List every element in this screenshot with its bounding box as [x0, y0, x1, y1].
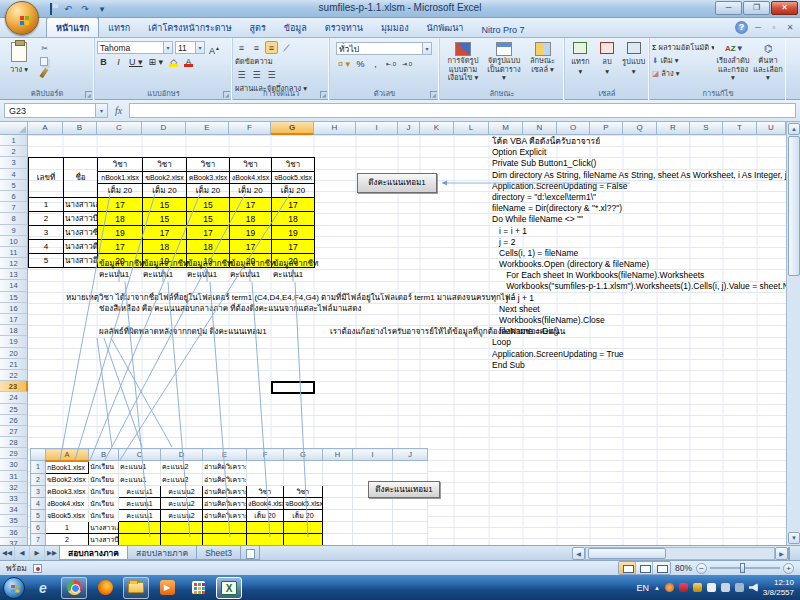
alignment-dialog-launcher-icon[interactable] [320, 91, 327, 98]
row-header[interactable]: 4 [0, 169, 28, 180]
row-header[interactable]: 29 [0, 448, 28, 459]
comma-style-icon[interactable]: , [369, 57, 382, 70]
ribbon-tab[interactable]: สูตร [241, 18, 275, 37]
ribbon-restore-icon[interactable]: ▫ [768, 23, 780, 32]
wrap-text-button[interactable]: ตัดข้อความ [235, 55, 327, 67]
format-painter-icon[interactable] [39, 68, 48, 78]
row-header[interactable]: 20 [0, 348, 28, 359]
student-no-cell[interactable]: 1 [29, 198, 64, 212]
score-cell[interactable]: 18 [230, 212, 272, 226]
select-all-corner[interactable] [0, 122, 28, 135]
vertical-scrollbar[interactable]: ▲ ▼ [786, 122, 800, 545]
borders-icon[interactable]: ⊞ ▾ [147, 55, 166, 68]
page-layout-view-icon[interactable] [636, 562, 653, 574]
full-score-cell[interactable]: เต็ม 20 [230, 184, 272, 198]
zoom-level[interactable]: 80% [675, 563, 692, 573]
row-header[interactable]: 21 [0, 359, 28, 370]
cut-icon[interactable]: ✂ [38, 43, 51, 55]
file-name-cell[interactable]: คBook3.xlsx [187, 172, 230, 184]
row-headers[interactable]: 1234567891011121314151617181920212223242… [0, 135, 28, 545]
accounting-format-icon[interactable]: ¤ ▾ [336, 57, 352, 70]
row-header[interactable]: 19 [0, 336, 28, 347]
macro-button-1[interactable]: ดึงคะแนนเทอม1 [357, 173, 437, 193]
active-cell-g23[interactable] [271, 381, 315, 394]
zoom-out-icon[interactable]: − [696, 563, 707, 574]
student-no-cell[interactable]: 5 [29, 254, 64, 268]
clock[interactable]: 12:10 3/8/2557 [763, 578, 797, 598]
row-header[interactable]: 23 [0, 381, 28, 392]
font-family-select[interactable]: Tahoma▾ [97, 41, 173, 54]
file-name-cell[interactable]: จBook5.xlsx [272, 172, 315, 184]
sheet-tab[interactable]: สอบปลายภาค [127, 546, 197, 560]
score-cell[interactable]: 19 [230, 226, 272, 240]
row-header[interactable]: 32 [0, 482, 28, 493]
scroll-right-icon[interactable]: ▶ [775, 547, 788, 560]
macro-button-2[interactable]: ดึงคะแนนเทอม1 [368, 481, 440, 498]
ribbon-tab[interactable]: หน้าแรก [46, 17, 99, 37]
subject-header-cell[interactable]: วิชา [272, 158, 315, 172]
score-cell[interactable]: 17 [98, 240, 143, 254]
paste-button[interactable]: วาง ▾ [2, 40, 36, 88]
zoom-in-icon[interactable]: + [783, 563, 794, 574]
row-header[interactable]: 37 [0, 538, 28, 545]
horizontal-scrollbar[interactable] [585, 547, 775, 560]
zoom-slider-thumb[interactable] [740, 563, 745, 573]
ribbon-tab[interactable]: ข้อมูล [275, 18, 316, 37]
score-cell[interactable]: 18 [187, 240, 230, 254]
font-color-icon[interactable]: A [182, 55, 195, 68]
score-cell[interactable]: 17 [98, 198, 143, 212]
student-name-cell[interactable]: นางสาวซี [64, 226, 98, 240]
page-break-view-icon[interactable] [653, 562, 670, 574]
score-cell[interactable]: 17 [187, 226, 230, 240]
align-center-icon[interactable]: ☰ [250, 68, 263, 81]
last-sheet-icon[interactable]: ▶▶ [45, 546, 60, 560]
ribbon-close-icon[interactable]: ✕ [784, 23, 796, 32]
score-cell[interactable]: 15 [143, 198, 187, 212]
align-middle-icon[interactable]: ≡ [250, 41, 263, 54]
firefox-icon[interactable] [92, 577, 118, 599]
normal-view-icon[interactable] [619, 562, 636, 574]
name-box-dropdown-icon[interactable]: ▾ [96, 103, 108, 118]
row-header[interactable]: 14 [0, 280, 28, 291]
copy-icon[interactable] [40, 57, 48, 66]
row-header[interactable]: 16 [0, 303, 28, 314]
horizontal-scroll-thumb[interactable] [588, 548, 666, 559]
scroll-up-icon[interactable]: ▲ [788, 123, 800, 135]
minimize-button[interactable]: ─ [715, 1, 742, 15]
score-cell[interactable]: 18 [272, 212, 315, 226]
formula-input[interactable] [129, 103, 796, 118]
underline-button[interactable]: U ▾ [127, 55, 145, 68]
ribbon-tab[interactable]: เค้าโครงหน้ากระดาษ [139, 18, 240, 37]
row-header[interactable]: 34 [0, 504, 28, 515]
scroll-down-icon[interactable]: ▼ [788, 532, 800, 544]
row-header[interactable]: 36 [0, 527, 28, 538]
first-sheet-icon[interactable]: ◀◀ [0, 546, 15, 560]
font-dialog-launcher-icon[interactable] [223, 91, 230, 98]
find-select-button[interactable]: ⌬ ค้นหาและเลือก ▾ [752, 40, 784, 88]
prev-sheet-icon[interactable]: ◀ [15, 546, 30, 560]
network-icon[interactable] [735, 583, 744, 592]
tray-expand-icon[interactable]: ▲ [654, 585, 660, 591]
action-center-flag-icon[interactable] [707, 583, 716, 592]
row-header[interactable]: 15 [0, 292, 28, 303]
align-bottom-icon[interactable]: ≡ [265, 41, 278, 54]
orientation-icon[interactable]: ⟋ [280, 41, 293, 54]
row-header[interactable]: 30 [0, 459, 28, 470]
subject-header-cell[interactable]: วิชา [143, 158, 187, 172]
column-headers[interactable]: A B C D E F G H I J K L M N O P Q R S T … [0, 122, 786, 135]
increase-decimal-icon[interactable]: ⇤.0 [384, 57, 398, 70]
subject-header-cell[interactable]: วิชา [187, 158, 230, 172]
subject-header-cell[interactable]: วิชา [230, 158, 272, 172]
row-header[interactable]: 13 [0, 269, 28, 280]
student-name-cell[interactable]: นางสาวเอ [64, 198, 98, 212]
row-header[interactable]: 10 [0, 236, 28, 247]
cell-styles-button[interactable]: ลักษณะเซลล์ ▾ [524, 40, 561, 88]
score-cell[interactable]: 17 [230, 240, 272, 254]
office-button[interactable] [5, 1, 39, 35]
explorer-icon[interactable] [123, 577, 149, 599]
grow-font-icon[interactable]: A▲ [207, 41, 222, 54]
full-score-cell[interactable]: เต็ม 20 [187, 184, 230, 198]
file-name-cell[interactable]: งBook4.xlsx [230, 172, 272, 184]
align-right-icon[interactable]: ☰ [265, 68, 278, 81]
row-header[interactable]: 9 [0, 225, 28, 236]
